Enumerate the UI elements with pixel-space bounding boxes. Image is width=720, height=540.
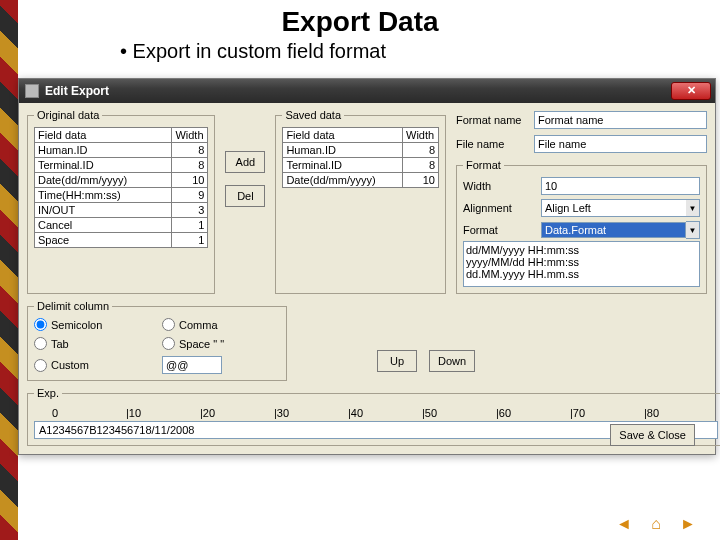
table-row: Terminal.ID8: [35, 158, 208, 173]
radio-semicolon[interactable]: Semicolon: [34, 318, 152, 331]
radio-comma[interactable]: Comma: [162, 318, 280, 331]
alignment-label: Alignment: [463, 202, 535, 214]
list-item[interactable]: dd.MM.yyyy HH.mm.ss: [466, 268, 697, 280]
chevron-down-icon[interactable]: ▼: [686, 221, 700, 239]
slide-title: Export Data: [0, 6, 720, 38]
radio-space[interactable]: Space " ": [162, 337, 280, 350]
add-button[interactable]: Add: [225, 151, 265, 173]
table-header: Field data Width: [283, 128, 439, 143]
file-name-label: File name: [456, 138, 528, 150]
radio-custom[interactable]: Custom: [34, 359, 152, 372]
table-row: Human.ID8: [35, 143, 208, 158]
width-label: Width: [463, 180, 535, 192]
format-name-label: Format name: [456, 114, 528, 126]
del-button[interactable]: Del: [225, 185, 265, 207]
chevron-down-icon[interactable]: ▼: [686, 199, 700, 217]
list-item[interactable]: yyyy/MM/dd HH:mm:ss: [466, 256, 697, 268]
titlebar: Edit Export ✕: [19, 79, 715, 103]
table-row: Date(dd/mm/yyyy)10: [283, 173, 439, 188]
slide-bullet: • Export in custom field format: [120, 40, 720, 63]
original-data-group: Original data Field data Width Human.ID8…: [27, 109, 215, 294]
next-arrow-icon[interactable]: ►: [676, 514, 700, 534]
format-name-input[interactable]: [534, 111, 707, 129]
home-icon[interactable]: ⌂: [644, 514, 668, 534]
table-row: IN/OUT3: [35, 203, 208, 218]
up-button[interactable]: Up: [377, 350, 417, 372]
exp-ruler: 0|10|20|30|40|50|60|70|80: [34, 405, 718, 419]
close-icon[interactable]: ✕: [671, 82, 711, 100]
table-row: Terminal.ID8: [283, 158, 439, 173]
saved-data-group: Saved data Field data Width Human.ID8 Te…: [275, 109, 446, 294]
exp-legend: Exp.: [34, 387, 62, 399]
radio-tab[interactable]: Tab: [34, 337, 152, 350]
original-table[interactable]: Field data Width Human.ID8 Terminal.ID8 …: [34, 127, 208, 248]
edit-export-dialog: Edit Export ✕ Original data Field data W…: [18, 78, 716, 455]
table-row: Human.ID8: [283, 143, 439, 158]
custom-delimit-input[interactable]: [162, 356, 222, 374]
delimit-column-group: Delimit column Semicolon Comma Tab Space…: [27, 300, 287, 381]
alignment-select[interactable]: [541, 199, 686, 217]
table-header: Field data Width: [35, 128, 208, 143]
format-select[interactable]: Data.Format: [541, 222, 686, 238]
original-legend: Original data: [34, 109, 102, 121]
saved-legend: Saved data: [282, 109, 344, 121]
format-options-list[interactable]: dd/MM/yyyy HH:mm:ss yyyy/MM/dd HH:mm:ss …: [463, 241, 700, 287]
file-name-input[interactable]: [534, 135, 707, 153]
prev-arrow-icon[interactable]: ◄: [612, 514, 636, 534]
width-input[interactable]: [541, 177, 700, 195]
delimit-legend: Delimit column: [34, 300, 112, 312]
app-icon: [25, 84, 39, 98]
table-row: Cancel1: [35, 218, 208, 233]
save-close-button[interactable]: Save & Close: [610, 424, 695, 446]
format-field-label: Format: [463, 224, 535, 236]
down-button[interactable]: Down: [429, 350, 475, 372]
saved-table[interactable]: Field data Width Human.ID8 Terminal.ID8 …: [282, 127, 439, 188]
format-legend: Format: [463, 159, 504, 171]
table-row: Space1: [35, 233, 208, 248]
window-title: Edit Export: [45, 84, 109, 98]
format-group: Format Width Alignment ▼ Format: [456, 159, 707, 294]
list-item[interactable]: dd/MM/yyyy HH:mm:ss: [466, 244, 697, 256]
table-row: Date(dd/mm/yyyy)10: [35, 173, 208, 188]
table-row: Time(HH:mm:ss)9: [35, 188, 208, 203]
